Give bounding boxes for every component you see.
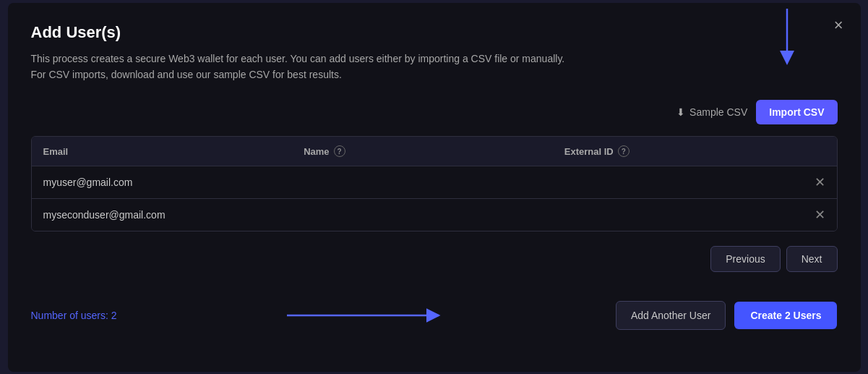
remove-row-2-button[interactable]: ✕ [815,208,825,221]
external-id-help-icon: ? [618,145,629,157]
name-help-icon: ? [334,145,345,157]
add-another-user-button[interactable]: Add Another User [616,301,726,330]
table-header: Email Name ? External ID ? [32,137,837,166]
modal-description: This process creates a secure Web3 walle… [31,51,682,83]
users-table: Email Name ? External ID ? myuser@gmail.… [31,136,838,231]
sample-csv-button[interactable]: ⬇ Sample CSV [676,106,747,118]
bottom-bar: Number of users: 2 Add Another User Crea… [31,301,838,330]
create-users-button[interactable]: Create 2 Users [734,302,837,329]
annotation-arrow-bottom [287,305,446,326]
close-button[interactable]: × [834,17,843,33]
modal-title: Add User(s) [31,23,838,42]
next-button[interactable]: Next [786,246,838,272]
navigation-actions: Previous Next [31,246,838,272]
download-icon: ⬇ [676,106,685,118]
column-email: Email [43,145,304,157]
previous-button[interactable]: Previous [710,246,780,272]
import-csv-button[interactable]: Import CSV [756,100,837,124]
table-row: myseconduser@gmail.com ✕ [32,199,837,231]
column-name: Name ? [304,145,564,157]
row-email-2: myseconduser@gmail.com [43,209,304,221]
bottom-right-actions: Add Another User Create 2 Users [616,301,838,330]
remove-row-1-button[interactable]: ✕ [815,176,825,189]
table-row: myuser@gmail.com ✕ [32,166,837,199]
top-actions-bar: ⬇ Sample CSV Import CSV [31,100,838,124]
user-count-label: Number of users: 2 [31,310,117,321]
row-email-1: myuser@gmail.com [43,177,304,188]
column-external-id: External ID ? [564,145,825,157]
modal-dialog: × Add User(s) This process creates a sec… [8,3,861,372]
